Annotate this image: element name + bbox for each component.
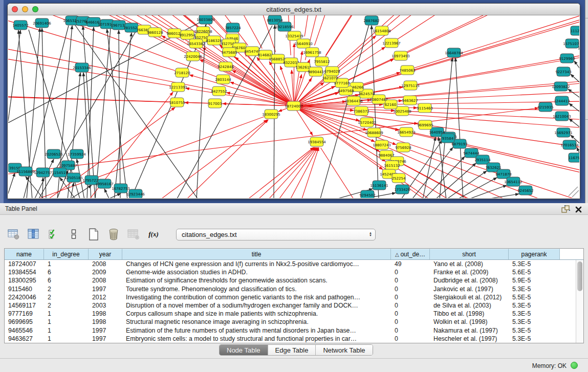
float-panel-icon[interactable] xyxy=(561,205,570,213)
delete-table-button[interactable] xyxy=(107,228,120,241)
graph-node[interactable]: 15640910 xyxy=(294,39,313,48)
tab-node-table[interactable]: Node Table xyxy=(220,345,268,355)
graph-node[interactable]: 8427552 xyxy=(211,86,227,96)
graph-node[interactable]: 20691406 xyxy=(33,18,51,28)
graph-node[interactable]: 12975115 xyxy=(401,81,420,90)
close-panel-icon[interactable] xyxy=(575,206,582,213)
table-row[interactable]: 969969511998Structural magnetic resonanc… xyxy=(5,318,576,326)
graph-node[interactable]: 9890443 xyxy=(308,67,323,76)
graph-node[interactable]: 19384554 xyxy=(308,137,326,146)
table-row[interactable]: 1938455462009Genome-wide association stu… xyxy=(5,268,576,276)
graph-node[interactable]: 12213967 xyxy=(382,38,401,48)
graph-node[interactable]: 12505185 xyxy=(64,173,83,182)
tab-edge-table[interactable]: Edge Table xyxy=(268,345,316,355)
graph-node[interactable]: 9860128 xyxy=(147,28,163,37)
graph-node[interactable]: 10973493 xyxy=(391,51,410,60)
tab-network-table[interactable]: Network Table xyxy=(316,345,372,355)
row-mode-button[interactable] xyxy=(67,228,80,241)
select-all-rows-button[interactable] xyxy=(47,228,60,241)
graph-node[interactable]: 12093822 xyxy=(552,82,570,91)
graph-node[interactable]: 20153346 xyxy=(73,63,91,72)
graph-node[interactable]: 7955812 xyxy=(314,57,330,66)
graph-node[interactable]: 1244413 xyxy=(554,96,570,105)
graph-node[interactable]: 6794028 xyxy=(324,67,340,76)
graph-node[interactable]: 15720407 xyxy=(358,118,376,127)
graph-node[interactable]: 7857224 xyxy=(225,23,241,32)
graph-node[interactable]: 116753 xyxy=(569,153,579,162)
graph-node[interactable]: 18807243 xyxy=(373,140,391,149)
graph-node[interactable]: 8186328 xyxy=(206,36,222,45)
graph-node[interactable]: 252254 xyxy=(392,173,406,183)
graph-node[interactable]: 19958167 xyxy=(95,179,114,188)
column-header-out_degree[interactable]: △ out_de… xyxy=(391,249,430,259)
create-table-button[interactable] xyxy=(87,228,100,241)
show-columns-button[interactable] xyxy=(27,228,40,241)
graph-node[interactable]: 16654923 xyxy=(397,127,416,137)
table-row[interactable]: 1830029562008Estimation of significance … xyxy=(5,276,576,285)
graph-node[interactable]: 8912954 xyxy=(179,30,195,39)
column-header-year[interactable]: year xyxy=(89,249,122,259)
graph-node[interactable]: 917003 xyxy=(208,99,222,108)
graph-node[interactable]: 16033809 xyxy=(197,15,215,24)
graph-node[interactable]: 7386372 xyxy=(353,106,369,116)
table-row[interactable]: 1456911722003Disruption of a novel membe… xyxy=(5,301,576,310)
scrollbar-thumb[interactable] xyxy=(577,261,582,291)
graph-node[interactable]: 9699695 xyxy=(417,120,433,129)
graph-node[interactable]: 15136141 xyxy=(370,181,388,190)
graph-node[interactable]: 19218596 xyxy=(275,22,294,31)
column-header-pagerank[interactable]: pagerank xyxy=(509,249,560,259)
column-header-title[interactable]: title xyxy=(122,249,391,259)
graph-node[interactable]: 12923446 xyxy=(126,189,145,198)
table-row[interactable]: 2242004622012Investigating the contribut… xyxy=(5,293,576,301)
graph-node[interactable]: 15692971 xyxy=(554,128,573,137)
graph-node[interactable]: 111230 xyxy=(571,26,579,35)
graph-node[interactable]: 93584 xyxy=(441,134,454,143)
apply-function-button[interactable]: f(x) xyxy=(147,228,160,241)
column-header-in_degree[interactable]: in_degree xyxy=(44,249,89,259)
graph-node[interactable]: 9463627 xyxy=(402,96,418,105)
graph-node[interactable]: 9129969 xyxy=(559,54,575,63)
graph-node[interactable]: 16210043 xyxy=(553,112,571,121)
graph-node[interactable]: 16648784 xyxy=(445,48,463,57)
graph-node[interactable]: 9242848 xyxy=(217,62,233,71)
network-view-window[interactable]: citations_edges.txt xyxy=(7,3,580,199)
graph-node[interactable]: 16961758 xyxy=(303,48,321,57)
table-row[interactable]: 946554611997Estimation of the future num… xyxy=(5,326,576,335)
table-row[interactable]: 977716911998Corpus callosum shape and si… xyxy=(5,310,576,318)
graph-node[interactable]: 3475685 xyxy=(221,48,237,57)
delete-column-button[interactable] xyxy=(127,228,140,241)
graph-node[interactable]: 8215935 xyxy=(537,102,553,112)
table-row[interactable]: 911546021997Tourette syndrome. Phenomeno… xyxy=(5,285,576,293)
graph-node[interactable]: 9245652 xyxy=(517,186,533,195)
graph-node[interactable]: 18724007 xyxy=(285,101,303,111)
graph-node[interactable]: 17016534 xyxy=(560,140,579,149)
graph-node[interactable]: 9227343 xyxy=(555,67,571,76)
column-header-name[interactable]: name xyxy=(5,249,44,259)
graph-node[interactable]: 2887682 xyxy=(363,16,379,25)
graph-node[interactable]: 1810755 xyxy=(169,98,185,107)
graph-node[interactable]: 9115460 xyxy=(417,103,432,113)
graph-node[interactable]: 11156869 xyxy=(16,167,35,176)
table-source-dropdown[interactable]: citations_edges.txt ▲▼ xyxy=(176,229,376,240)
table-settings-button[interactable] xyxy=(7,228,20,241)
graph-node[interactable]: 10688609 xyxy=(365,128,383,137)
graph-node[interactable]: 1733426 xyxy=(394,185,410,194)
graph-node[interactable]: 1405572 xyxy=(12,20,28,30)
graph-node[interactable]: 12942757 xyxy=(34,168,52,177)
graph-node[interactable]: 9756928 xyxy=(395,143,411,152)
graph-node[interactable]: 18300295 xyxy=(262,110,280,119)
table-row[interactable]: 1872400712008Changes of HCN gene express… xyxy=(5,260,576,268)
table-row[interactable]: 946362711997Embryonic stem cells: a mode… xyxy=(5,335,576,343)
graph-node[interactable]: 10654112 xyxy=(504,177,522,186)
network-canvas-svg[interactable]: 1405572206914061065328715276026466161107… xyxy=(8,15,579,198)
graph-node[interactable]: 20206526 xyxy=(45,149,63,159)
graph-node[interactable]: 20364436 xyxy=(344,96,363,105)
graph-node[interactable]: 1615132 xyxy=(384,161,400,170)
graph-node[interactable]: 7485063 xyxy=(399,65,415,75)
column-header-short[interactable]: short xyxy=(430,249,509,259)
graph-node[interactable]: 2803144 xyxy=(215,75,231,84)
table-scrollbar[interactable] xyxy=(576,260,583,343)
graph-node[interactable]: 17359924 xyxy=(68,149,86,159)
graph-node[interactable]: 2718120 xyxy=(174,68,190,77)
graph-node[interactable]: 9294502 xyxy=(359,190,375,198)
